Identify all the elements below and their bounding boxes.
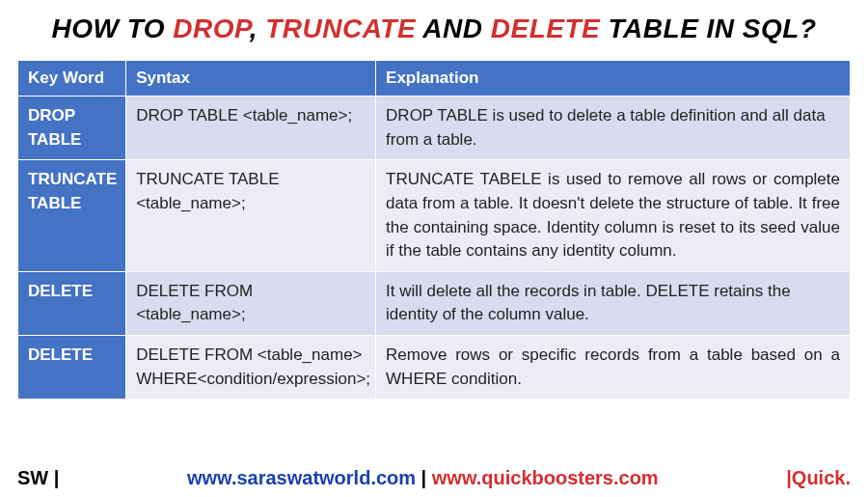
header-syntax: Syntax [126,61,376,97]
title-text: HOW TO [51,14,173,43]
cell-syntax: DELETE FROM <table_name>; [126,271,376,335]
title-keyword-drop: DROP [173,14,249,43]
cell-keyword: TRUNCATE TABLE [18,160,126,272]
cell-explanation: DROP TABLE is used to delete a table def… [376,97,851,160]
cell-keyword: DELETE [18,271,126,335]
footer-center: www.saraswatworld.com | www.quickbooster… [187,467,659,489]
cell-explanation: Remove rows or specific records from a t… [376,336,851,400]
header-explanation: Explanation [376,61,851,97]
sql-commands-table: Key Word Syntax Explanation DROP TABLE D… [17,60,851,400]
cell-explanation: It will delete all the records in table.… [376,271,851,335]
title-text: , [250,14,266,43]
title-keyword-truncate: TRUNCATE [265,14,416,43]
cell-keyword: DELETE [18,336,126,400]
table-row: DELETE DELETE FROM <table_name>; It will… [18,271,851,335]
cell-keyword: DROP TABLE [18,97,126,160]
cell-syntax: DELETE FROM <table_name> WHERE<condition… [126,336,376,400]
title-text: TABLE IN SQL? [600,14,816,43]
table-row: DELETE DELETE FROM <table_name> WHERE<co… [18,336,851,400]
table-header-row: Key Word Syntax Explanation [18,61,851,97]
cell-explanation: TRUNCATE TABELE is used to remove all ro… [376,160,851,272]
footer-right: |Quick. [786,467,851,489]
title-keyword-delete: DELETE [491,14,600,43]
page-title: HOW TO DROP, TRUNCATE AND DELETE TABLE I… [17,14,851,44]
footer-separator: | [416,467,432,488]
cell-syntax: TRUNCATE TABLE <table_name>; [126,160,376,272]
footer-right-text: Quick. [792,467,851,488]
title-text: AND [416,14,491,43]
cell-syntax: DROP TABLE <table_name>; [126,97,376,160]
table-row: DROP TABLE DROP TABLE <table_name>; DROP… [18,97,851,160]
table-row: TRUNCATE TABLE TRUNCATE TABLE <table_nam… [18,160,851,272]
footer-url-quickboosters: www.quickboosters.com [432,467,659,488]
footer-url-saraswat: www.saraswatworld.com [187,467,416,488]
footer-left: SW | [17,467,59,489]
header-keyword: Key Word [18,61,126,97]
footer: SW | www.saraswatworld.com | www.quickbo… [0,467,868,489]
